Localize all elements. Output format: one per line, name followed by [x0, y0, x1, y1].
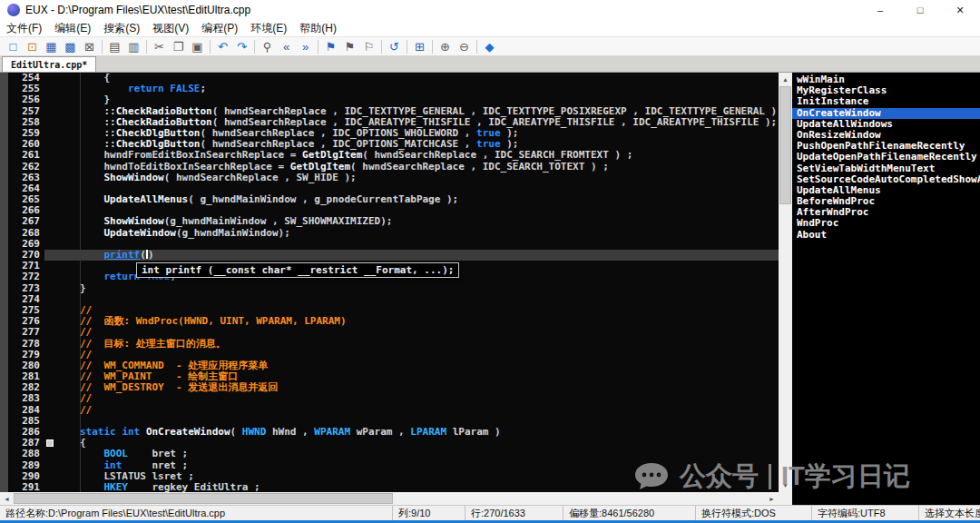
zoom-out-icon[interactable]: ⊖ — [455, 37, 474, 55]
code-line[interactable]: 254 { — [0, 73, 779, 84]
code-line[interactable]: 259 ::CheckDlgButton( hwndSearchReplace … — [0, 128, 779, 139]
bookmark-next-icon[interactable]: ⚑ — [340, 37, 359, 55]
code-line[interactable]: 261 hwndFromEditBoxInSearchReplace = Get… — [0, 150, 779, 161]
cut-icon[interactable]: ✂ — [150, 37, 169, 55]
menu-item-search[interactable]: 搜索(S) — [97, 21, 146, 36]
code-line[interactable]: 283// — [0, 393, 779, 404]
print-icon[interactable]: ▥ — [124, 37, 143, 55]
horizontal-scrollbar[interactable]: ◄ ► — [0, 492, 779, 505]
find-prev-icon[interactable]: « — [277, 37, 296, 55]
code-line[interactable]: 279// — [0, 350, 779, 360]
function-item[interactable]: UpdateAllWindows — [792, 119, 980, 130]
code-line[interactable]: 284// — [0, 405, 779, 416]
navigate-back-icon[interactable]: ↺ — [385, 37, 404, 55]
code-line[interactable]: 265 UpdateAllMenus( g_hwndMainWindow , g… — [0, 194, 779, 205]
function-item[interactable]: InitInstance — [792, 96, 980, 107]
paste-icon[interactable]: ▣ — [188, 37, 207, 55]
code-line[interactable]: 277// — [0, 327, 779, 338]
status-eol-mode: 换行符模式:DOS — [696, 506, 812, 520]
code-line[interactable]: 266 — [0, 205, 779, 216]
function-item[interactable]: SetSourceCodeAutoCompletedShowA — [792, 174, 980, 185]
menu-item-help[interactable]: 帮助(H) — [293, 21, 343, 36]
save-all-icon[interactable]: ▩ — [61, 37, 80, 55]
code-line[interactable]: 262 hwndToEditBoxInSearchReplace = GetDl… — [0, 162, 779, 173]
minimize-button[interactable]: – — [860, 0, 900, 20]
code-line[interactable]: 274 — [0, 294, 779, 305]
menu-item-program[interactable]: 编程(P) — [195, 21, 244, 36]
code-line[interactable]: 278// 目标: 处理主窗口的消息。 — [0, 339, 779, 350]
code-line[interactable]: 285 — [0, 416, 779, 427]
code-line[interactable]: 288 BOOL bret ; — [0, 449, 779, 459]
line-number: 272 — [8, 271, 44, 282]
copy-icon[interactable]: ❐ — [169, 37, 188, 55]
close-file-icon[interactable]: ⊠ — [80, 37, 99, 55]
code-line[interactable]: 282// WM_DESTROY - 发送退出消息并返回 — [0, 382, 779, 393]
function-item[interactable]: SetViewTabWidthMenuText — [792, 163, 980, 174]
function-item[interactable]: BeforeWndProc — [792, 196, 980, 207]
code-line[interactable]: 273} — [0, 283, 779, 294]
code-line[interactable]: 270 printf() — [0, 250, 779, 261]
code-line[interactable]: 290 LSTATUS lsret ; — [0, 471, 779, 482]
function-item[interactable]: MyRegisterClass — [792, 85, 980, 96]
zoom-in-icon[interactable]: ⊕ — [436, 37, 455, 55]
code-line[interactable]: 267 ShowWindow(g_hwndMainWindow , SW_SHO… — [0, 216, 779, 227]
code-line[interactable]: 260 ::CheckDlgButton( hwndSearchReplace … — [0, 139, 779, 150]
function-item[interactable]: AfterWndProc — [792, 207, 980, 218]
code-area[interactable]: 254 {255 return FALSE;256 }257 ::CheckRa… — [0, 73, 779, 492]
function-item[interactable]: UpdateOpenPathFilenameRecently — [792, 152, 980, 163]
function-item[interactable]: OnResizeWindow — [792, 130, 980, 141]
save-file-icon[interactable]: ▦ — [42, 37, 61, 55]
code-line[interactable]: 263 ShowWindow( hwndSearchReplace , SW_H… — [0, 173, 779, 183]
close-button[interactable]: ✕ — [940, 0, 980, 20]
code-line[interactable]: 286static int OnCreateWindow( HWND hWnd … — [0, 427, 779, 438]
code-line[interactable]: 289 int nret ; — [0, 460, 779, 471]
maximize-button[interactable]: □ — [900, 0, 940, 20]
function-item[interactable]: UpdateAllMenus — [792, 185, 980, 196]
vertical-scroll-thumb[interactable] — [779, 86, 791, 204]
open-file-icon[interactable]: ⊡ — [23, 37, 42, 55]
fold-marker-icon[interactable] — [46, 439, 54, 447]
scroll-right-icon[interactable]: ► — [765, 492, 779, 505]
bookmark-prev-icon[interactable]: ⚐ — [359, 37, 378, 55]
code-line[interactable]: 257 ::CheckRadioButton( hwndSearchReplac… — [0, 106, 779, 117]
vertical-scrollbar[interactable]: ▲ ▼ — [779, 73, 792, 492]
menu-item-environment[interactable]: 环境(E) — [244, 21, 293, 36]
editor[interactable]: 254 {255 return FALSE;256 }257 ::CheckRa… — [0, 73, 792, 505]
code-line[interactable]: 269 — [0, 239, 779, 250]
scroll-down-icon[interactable]: ▼ — [779, 479, 792, 492]
undo-icon[interactable]: ↶ — [213, 37, 232, 55]
code-line[interactable]: 268 UpdateWindow(g_hwndMainWindow); — [0, 228, 779, 239]
redo-icon[interactable]: ↷ — [232, 37, 251, 55]
menu-item-file[interactable]: 文件(F) — [0, 21, 48, 36]
find-icon[interactable]: ⚲ — [258, 37, 277, 55]
tile-windows-icon[interactable]: ⊞ — [410, 37, 429, 55]
tab-editultra-cpp[interactable]: EditUltra.cpp* — [2, 56, 96, 72]
horizontal-scroll-thumb[interactable] — [14, 493, 393, 504]
function-item[interactable]: WndProc — [792, 218, 980, 229]
code-line[interactable]: 276// 函数: WndProc(HWND, UINT, WPARAM, LP… — [0, 316, 779, 327]
code-line[interactable]: 275// — [0, 305, 779, 316]
menu-item-edit[interactable]: 编辑(E) — [48, 21, 97, 36]
code-line[interactable]: 281// WM_PAINT - 绘制主窗口 — [0, 371, 779, 382]
scroll-left-icon[interactable]: ◄ — [0, 492, 14, 505]
find-next-icon[interactable]: » — [296, 37, 315, 55]
code-line[interactable]: 291 HKEY regkey_EditUltra ; — [0, 482, 779, 492]
function-item[interactable]: About — [792, 230, 980, 241]
run-icon[interactable]: ◆ — [480, 37, 499, 55]
code-line[interactable]: 256 } — [0, 94, 779, 105]
code-line[interactable]: 280// WM_COMMAND - 处理应用程序菜单 — [0, 360, 779, 371]
fold-margin — [44, 128, 80, 139]
toolbar-separator — [318, 40, 318, 54]
new-file-icon[interactable]: □ — [4, 37, 23, 55]
function-item[interactable]: wWinMain — [792, 74, 980, 85]
scroll-up-icon[interactable]: ▲ — [779, 73, 792, 86]
code-line[interactable]: 255 return FALSE; — [0, 84, 779, 94]
code-line[interactable]: 258 ::CheckRadioButton( hwndSearchReplac… — [0, 117, 779, 128]
function-item[interactable]: OnCreateWindow — [792, 108, 980, 119]
function-item[interactable]: PushOpenPathFilenameRecently — [792, 141, 980, 152]
code-line[interactable]: 264 — [0, 183, 779, 194]
print-preview-icon[interactable]: ▤ — [105, 37, 124, 55]
code-line[interactable]: 287{ — [0, 438, 779, 449]
menu-item-view[interactable]: 视图(V) — [146, 21, 195, 36]
bookmark-toggle-icon[interactable]: ⚑ — [321, 37, 340, 55]
